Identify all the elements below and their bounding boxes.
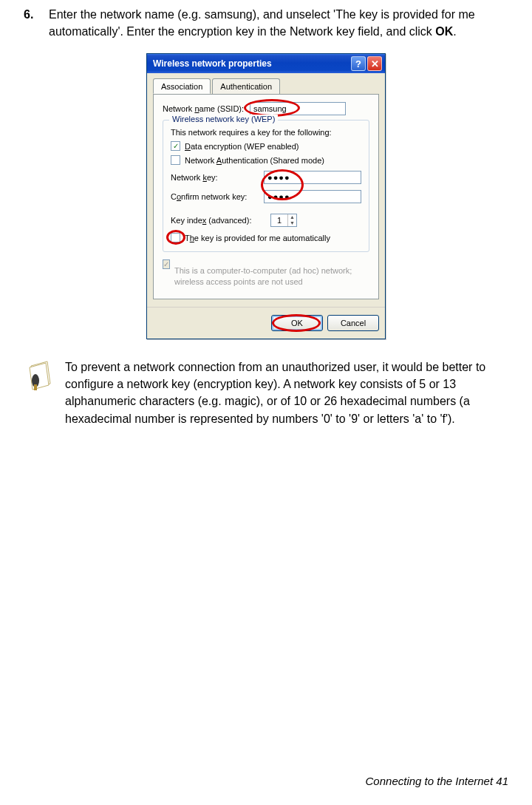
close-button[interactable]: ✕ [367, 56, 382, 71]
checkbox-network-auth[interactable]: Network Authentication (Shared mode) [171, 155, 361, 165]
checkbox-adhoc: ✓ This is a computer-to-computer (ad hoc… [163, 259, 369, 287]
ssid-input[interactable] [250, 102, 346, 115]
svg-rect-1 [34, 384, 37, 390]
checkbox-icon [171, 155, 180, 165]
checkbox-icon: ✓ [171, 141, 180, 151]
checkbox-data-encryption[interactable]: ✓ Data encryption (WEP enabled) [171, 141, 361, 151]
groupbox-legend: Wireless network key (WEP) [169, 115, 278, 123]
note-icon [27, 359, 55, 391]
dialog-button-row: OK Cancel [147, 307, 385, 339]
chevron-down-icon: ▼ [288, 220, 296, 226]
chevron-up-icon: ▲ [288, 214, 296, 220]
wep-groupbox: Wireless network key (WEP) This network … [163, 120, 369, 252]
help-button[interactable]: ? [351, 56, 366, 71]
tabstrip: Association Authentication [153, 78, 379, 94]
ok-button[interactable]: OK [271, 315, 323, 331]
confirm-key-label: Confirm network key: [171, 192, 256, 201]
page-footer: Connecting to the Internet 41 [366, 775, 508, 787]
step-6: 6. Enter the network name (e.g. samsung)… [24, 6, 508, 40]
key-index-spinner[interactable]: 1 ▲▼ [270, 214, 297, 227]
group-intro: This network requires a key for the foll… [171, 128, 361, 137]
network-key-label: Network key: [171, 173, 256, 182]
wireless-properties-dialog: Wireless network properties ? ✕ Associat… [146, 53, 386, 339]
note-text: To prevent a network connection from an … [65, 359, 508, 427]
tabpanel-association: Network name (SSID): Wireless network ke… [153, 94, 379, 299]
key-index-label: Key index (advanced): [171, 216, 263, 225]
dialog-title: Wireless network properties [153, 58, 349, 69]
tab-association[interactable]: Association [153, 78, 211, 94]
network-key-input[interactable] [264, 171, 361, 184]
cancel-button[interactable]: Cancel [327, 315, 379, 331]
confirm-key-input[interactable] [264, 190, 361, 203]
ssid-label: Network name (SSID): [163, 104, 244, 113]
step-text: Enter the network name (e.g. samsung), a… [49, 6, 508, 40]
checkbox-icon: ✓ [163, 259, 170, 269]
tab-authentication[interactable]: Authentication [212, 78, 280, 94]
titlebar[interactable]: Wireless network properties ? ✕ [147, 54, 385, 73]
checkbox-icon [171, 233, 180, 242]
checkbox-auto-key[interactable]: The key is provided for me automatically [171, 233, 361, 242]
step-number: 6. [24, 6, 40, 40]
note-row: To prevent a network connection from an … [24, 359, 508, 427]
